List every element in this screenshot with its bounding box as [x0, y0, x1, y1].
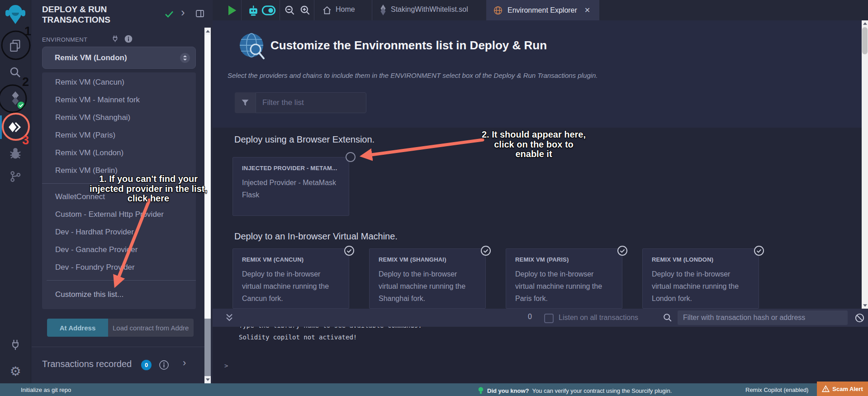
vm-paris-checkbox-checked[interactable] — [617, 245, 628, 256]
file-tab-label: StakingWithWhitelist.sol — [391, 5, 468, 14]
remix-copilot-status[interactable]: Remix Copilot (enabled) — [745, 386, 808, 393]
sidebar-item-debugger[interactable] — [0, 144, 31, 162]
env-option-hardhat-provider[interactable]: Dev - Hardhat Provider — [42, 223, 196, 241]
active-tab-label: Environment Explorer — [508, 6, 577, 14]
main-scrollbar[interactable] — [862, 20, 868, 309]
close-tab-icon[interactable]: ✕ — [584, 6, 590, 14]
terminal-search-icon[interactable] — [663, 313, 673, 323]
tab-home[interactable]: Home — [318, 0, 369, 20]
zoom-out-icon[interactable] — [284, 5, 296, 16]
provider-card-remix-vm-paris[interactable]: REMIX VM (PARIS) Deploy to the in-browse… — [506, 248, 622, 309]
scrollbar-down-button[interactable] — [862, 302, 868, 309]
deploy-run-icon — [8, 120, 23, 134]
initialize-git-repo-button[interactable]: Initialize as git repo — [21, 386, 71, 393]
pin-panel-icon[interactable] — [194, 8, 205, 19]
provider-card-remix-vm-cancun[interactable]: REMIX VM (CANCUN) Deploy to the in-brows… — [232, 248, 349, 309]
injected-provider-checkbox-unchecked[interactable] — [345, 152, 356, 162]
sidebar-item-file-explorer[interactable] — [0, 37, 31, 55]
env-option-remix-vm-mainnet-fork[interactable]: Remix VM - Mainnet fork — [42, 91, 196, 109]
transactions-expand-chevron[interactable]: › — [183, 357, 186, 369]
sidebar-item-solidity-compiler[interactable] — [0, 89, 31, 108]
tabbar-separator — [280, 0, 280, 20]
vm-cancun-checkbox-checked[interactable] — [344, 245, 355, 256]
tab-environment-explorer[interactable]: Environment Explorer ✕ — [486, 0, 599, 20]
sidebar-item-settings[interactable]: ⚙ — [0, 362, 31, 380]
panel-check-icon — [164, 9, 175, 19]
page-title: Customize the Environments list in Deplo… — [270, 38, 547, 52]
copilot-toggle-icon[interactable] — [261, 4, 276, 17]
funnel-icon — [241, 98, 250, 107]
tab-staking-with-whitelist[interactable]: StakingWithWhitelist.sol — [375, 0, 481, 20]
scrollbar-down-button[interactable] — [204, 376, 211, 383]
transactions-recorded-label: Transactions recorded — [42, 359, 132, 369]
env-option-foundry-provider[interactable]: Dev - Foundry Provider — [42, 258, 196, 276]
zoom-in-icon[interactable] — [299, 5, 311, 16]
provider-card-title: INJECTED PROVIDER - METAM... — [242, 165, 337, 172]
sidebar-item-plugin-manager[interactable] — [0, 336, 31, 354]
provider-card-description: Injected Provider - MetaMask Flask — [242, 177, 341, 201]
scrollbar-up-button[interactable] — [862, 20, 868, 27]
dropdown-divider — [47, 280, 196, 281]
scrollbar-thumb[interactable] — [862, 27, 868, 54]
provider-card-title: REMIX VM (LONDON) — [652, 256, 713, 263]
terminal-expand-double-chevron-icon[interactable] — [224, 312, 235, 323]
scam-alert-label: Scam Alert — [832, 386, 863, 392]
provider-card-description: Deploy to the in-browser virtual machine… — [379, 268, 477, 305]
env-option-external-http-provider[interactable]: Custom - External Http Provider — [42, 205, 196, 223]
plug-icon — [9, 339, 22, 351]
listen-all-transactions-checkbox[interactable] — [544, 314, 554, 323]
load-contract-address-input[interactable] — [108, 319, 194, 337]
select-updown-icon — [180, 53, 190, 63]
customize-globe-icon — [238, 32, 266, 60]
environment-info-icon[interactable] — [124, 34, 133, 43]
env-option-remix-vm-shanghai[interactable]: Remix VM (Shanghai) — [42, 109, 196, 126]
provider-card-remix-vm-london[interactable]: REMIX VM (LONDON) Deploy to the in-brows… — [642, 248, 759, 309]
transactions-count-badge: 0 — [141, 360, 152, 370]
env-option-remix-vm-london[interactable]: Remix VM (London) — [42, 144, 196, 162]
env-option-remix-vm-paris[interactable]: Remix VM (Paris) — [42, 126, 196, 144]
ai-assistant-robot-icon[interactable] — [247, 4, 260, 17]
filter-list-input[interactable] — [256, 92, 366, 113]
remix-logo-icon — [5, 3, 26, 25]
sidebar-item-deploy-run[interactable] — [0, 117, 31, 137]
scrollbar-up-button[interactable] — [204, 28, 211, 35]
git-branch-icon — [9, 170, 22, 183]
env-option-walletconnect[interactable]: WalletConnect — [42, 188, 196, 205]
deploy-run-panel: DEPLOY & RUN TRANSACTIONS › ENVIRONMENT … — [31, 0, 213, 383]
clear-console-ban-icon[interactable] — [854, 313, 865, 323]
tip-title: Did you know? — [487, 387, 529, 394]
terminal-prompt: > — [224, 362, 228, 369]
env-option-ganache-provider[interactable]: Dev - Ganache Provider — [42, 241, 196, 258]
sidebar-item-search[interactable] — [0, 63, 31, 81]
transactions-info-icon[interactable] — [158, 359, 170, 371]
provider-card-remix-vm-shanghai[interactable]: REMIX VM (SHANGHAI) Deploy to the in-bro… — [369, 248, 486, 309]
environment-select[interactable]: Remix VM (London) — [42, 47, 196, 69]
vm-section-heading: Deploy to an In-browser Virtual Machine. — [234, 231, 398, 242]
debugger-bug-icon — [9, 146, 22, 160]
scrollbar-thumb[interactable] — [204, 35, 211, 319]
terminal-toolbar: 0 Listen on all transactions — [213, 309, 868, 327]
provider-card-injected-metamask[interactable]: INJECTED PROVIDER - METAM... Injected Pr… — [232, 157, 349, 216]
run-script-play-icon[interactable] — [227, 5, 237, 16]
listen-all-transactions-label[interactable]: Listen on all transactions — [559, 314, 638, 322]
env-option-customize-this-list[interactable]: Customize this list... — [42, 285, 196, 305]
vm-shanghai-checkbox-checked[interactable] — [480, 245, 491, 256]
terminal-line: Solidity copilot not activated! — [239, 334, 357, 341]
transaction-filter-input[interactable] — [678, 310, 848, 325]
home-tab-label: Home — [336, 5, 355, 14]
scam-alert-button[interactable]: Scam Alert — [817, 382, 868, 396]
solidity-file-icon — [379, 5, 387, 15]
remix-logo[interactable] — [0, 3, 31, 25]
env-option-remix-vm-berlin[interactable]: Remix VM (Berlin) — [42, 162, 196, 179]
vm-london-checkbox-checked[interactable] — [754, 245, 764, 256]
panel-scrollbar[interactable] — [204, 28, 211, 383]
panel-divider — [32, 347, 207, 347]
env-option-remix-vm-cancun[interactable]: Remix VM (Cancun) — [42, 73, 196, 91]
panel-collapse-chevron[interactable]: › — [181, 5, 185, 19]
at-address-button[interactable]: At Address — [47, 319, 108, 337]
provider-card-title: REMIX VM (SHANGHAI) — [379, 256, 446, 263]
terminal-listen-count: 0 — [528, 313, 532, 321]
tip-text: You can verify your contract using the S… — [532, 387, 672, 394]
sidebar-item-git[interactable] — [0, 167, 31, 186]
filter-funnel-button[interactable] — [235, 92, 256, 113]
